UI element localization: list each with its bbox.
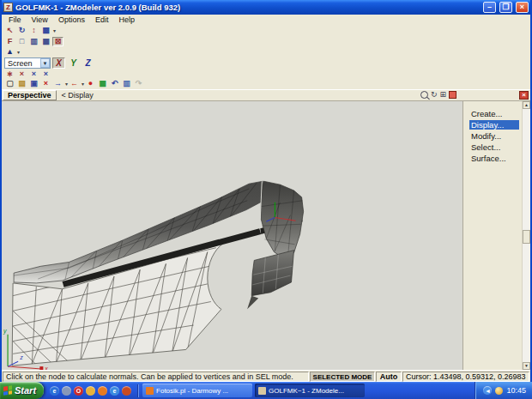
desktop: Z GOLFMK-1 - ZModeler ver 2.0.9 (Build 9… bbox=[0, 0, 532, 399]
axis-z-button[interactable]: Z bbox=[82, 57, 94, 69]
tray-app-icon[interactable] bbox=[495, 387, 503, 395]
main-area: y z x Create...Display...Modify...Select… bbox=[2, 101, 530, 370]
taskbar: Start eOe Fotosik.pl - Darmowy ...GOLFMK… bbox=[0, 382, 532, 399]
normals-toolbar: ∗××× bbox=[2, 70, 530, 78]
viewport-breadcrumb[interactable]: < Display bbox=[62, 91, 94, 100]
taskbar-task-1[interactable]: GOLFMK~1 - ZModele... bbox=[255, 384, 365, 397]
cube-textured-icon[interactable]: ⊠ bbox=[52, 37, 63, 46]
app-icon: Z bbox=[3, 3, 13, 12]
letter-f-icon[interactable]: F bbox=[4, 37, 15, 46]
chevron-down-icon[interactable]: ▼ bbox=[40, 58, 50, 68]
browser-icon[interactable]: e bbox=[110, 386, 119, 396]
axes-jack-icon-1[interactable]: × bbox=[16, 70, 27, 79]
status-message: Click on the node to calculate normals. … bbox=[3, 372, 309, 382]
normals-icon[interactable]: ∗ bbox=[4, 70, 15, 79]
scroll-up-icon[interactable]: ▲ bbox=[523, 101, 530, 109]
delete-icon[interactable]: × bbox=[40, 79, 51, 88]
panel-scrollbar[interactable]: ▲ ▼ bbox=[522, 101, 530, 370]
quick-launch: eOe bbox=[44, 386, 136, 396]
cube-wireframe-icon[interactable]: □ bbox=[16, 37, 27, 46]
start-label: Start bbox=[15, 385, 36, 396]
axis-toolbar: Screen ▼ X Y Z bbox=[2, 57, 530, 70]
task-buttons: Fotosik.pl - Darmowy ...GOLFMK~1 - ZMode… bbox=[140, 384, 365, 397]
axis-space-value: Screen bbox=[8, 59, 33, 68]
dropdown-caret-icon[interactable]: ▾ bbox=[82, 81, 84, 87]
task-window-label: Fotosik.pl - Darmowy ... bbox=[156, 387, 228, 395]
menu-item-view[interactable]: View bbox=[27, 15, 53, 24]
scrollbar-thumb[interactable] bbox=[523, 230, 530, 244]
open-folder-icon[interactable]: ▤ bbox=[16, 79, 27, 88]
material-sphere-icon[interactable]: ● bbox=[85, 79, 96, 88]
selected-mode-badge[interactable]: SELECTED MODE bbox=[310, 372, 375, 382]
orbit-icon[interactable]: ↻ bbox=[431, 91, 438, 99]
commands-panel: Create...Display...Modify...Select...Sur… bbox=[463, 101, 530, 370]
log-icon[interactable]: ▥ bbox=[121, 79, 132, 88]
cone-icon[interactable]: ▲ bbox=[4, 47, 15, 57]
gizmo-rotate-icon[interactable]: ↻ bbox=[16, 26, 27, 35]
menu-item-edit[interactable]: Edit bbox=[90, 15, 114, 24]
tray-chevron-icon[interactable]: ◄ bbox=[483, 386, 492, 395]
windows-flag-icon bbox=[3, 385, 12, 395]
redo-icon[interactable]: ↷ bbox=[133, 79, 144, 88]
save-icon[interactable]: ▣ bbox=[28, 79, 39, 88]
file-toolbar: ▢▤▣×→▾←▾●▦↶▥↷ bbox=[2, 78, 530, 89]
taskbar-separator bbox=[137, 384, 138, 397]
cursor-coordinates: Cursor: 1.43498, 0.59312, 0.26983 bbox=[402, 372, 529, 382]
new-file-icon[interactable]: ▢ bbox=[4, 79, 15, 88]
zoom-icon[interactable] bbox=[420, 91, 428, 99]
primitive-toolbar: ▲▾ bbox=[2, 47, 530, 57]
panel-item-select[interactable]: Select... bbox=[469, 142, 519, 152]
gizmo-toolbar: ↖↻↕▩▾ bbox=[2, 25, 530, 36]
gizmo-scale-icon[interactable]: ↕ bbox=[28, 26, 39, 35]
auto-badge[interactable]: Auto bbox=[376, 372, 402, 382]
panel-item-display[interactable]: Display... bbox=[469, 120, 519, 130]
maximize-view-icon[interactable] bbox=[449, 91, 456, 99]
dropdown-caret-icon[interactable]: ▾ bbox=[17, 49, 20, 55]
dropdown-caret-icon[interactable]: ▾ bbox=[65, 81, 68, 87]
display-mode-toolbar: F□▥▦⊠ bbox=[2, 36, 530, 47]
panel-item-surface[interactable]: Surface... bbox=[469, 154, 519, 163]
firefox-icon[interactable] bbox=[98, 386, 107, 396]
axis-space-select[interactable]: Screen ▼ bbox=[4, 57, 51, 69]
restore-button[interactable]: ❐ bbox=[499, 2, 512, 13]
gizmo-custom-icon[interactable]: ▩ bbox=[40, 26, 51, 35]
import-icon[interactable]: ← bbox=[69, 79, 80, 88]
panel-item-create[interactable]: Create... bbox=[469, 109, 519, 118]
cube-solid-icon[interactable]: ▥ bbox=[28, 37, 39, 46]
taskbar-task-0[interactable]: Fotosik.pl - Darmowy ... bbox=[142, 384, 252, 397]
gadu-gadu-icon[interactable] bbox=[86, 386, 95, 396]
scroll-down-icon[interactable]: ▼ bbox=[523, 362, 530, 370]
axis-y-button[interactable]: Y bbox=[67, 57, 80, 69]
cube-shaded-icon[interactable]: ▦ bbox=[40, 37, 51, 46]
menu-item-help[interactable]: Help bbox=[113, 15, 140, 24]
minimize-button[interactable]: – bbox=[483, 2, 496, 13]
task-window-icon bbox=[146, 387, 154, 395]
axis-x-button[interactable]: X bbox=[52, 57, 65, 69]
panel-item-modify[interactable]: Modify... bbox=[469, 131, 519, 141]
title-bar[interactable]: Z GOLFMK-1 - ZModeler ver 2.0.9 (Build 9… bbox=[2, 0, 530, 15]
axes-jack-icon-2[interactable]: × bbox=[28, 70, 39, 79]
menu-item-file[interactable]: File bbox=[3, 15, 27, 24]
media-player-icon[interactable] bbox=[122, 386, 131, 396]
export-icon[interactable]: → bbox=[52, 79, 63, 88]
panel-close-icon[interactable]: × bbox=[519, 91, 529, 100]
close-button[interactable]: × bbox=[516, 2, 529, 13]
texture-image-icon[interactable]: ▦ bbox=[97, 79, 108, 88]
undo-icon[interactable]: ↶ bbox=[109, 79, 120, 88]
viewport-canvas[interactable]: y z x bbox=[2, 101, 462, 370]
axis-x-label: x bbox=[44, 366, 48, 370]
internet-explorer-icon[interactable]: e bbox=[50, 386, 59, 396]
views-grid-icon[interactable]: ⊞ bbox=[439, 91, 446, 99]
gizmo-move-icon[interactable]: ↖ bbox=[4, 26, 15, 35]
window-title: GOLFMK-1 - ZModeler ver 2.0.9 (Build 932… bbox=[15, 3, 480, 12]
taskbar-clock: 10:45 bbox=[506, 386, 526, 395]
messenger-icon[interactable] bbox=[62, 386, 71, 396]
axes-jack-icon-3[interactable]: × bbox=[40, 70, 51, 79]
viewport-mode-button[interactable]: Perspective bbox=[3, 90, 57, 100]
opera-icon[interactable]: O bbox=[74, 386, 83, 396]
menu-item-options[interactable]: Options bbox=[53, 15, 90, 24]
panel-menu: Create...Display...Modify...Select...Sur… bbox=[463, 101, 530, 163]
dropdown-caret-icon[interactable]: ▾ bbox=[53, 27, 56, 33]
start-button[interactable]: Start bbox=[0, 382, 44, 399]
viewport-3d[interactable]: y z x bbox=[2, 101, 463, 370]
